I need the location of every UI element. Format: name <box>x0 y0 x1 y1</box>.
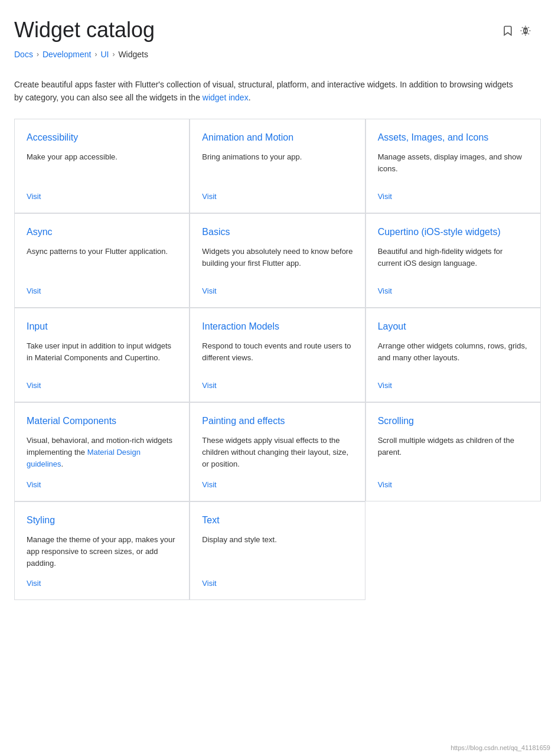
card-title: Text <box>202 514 352 527</box>
card-title: Async <box>27 226 177 239</box>
card-desc: Widgets you absolutely need to know befo… <box>202 246 352 277</box>
card-title: Accessibility <box>27 131 177 144</box>
card-title: Cupertino (iOS-style widgets) <box>378 226 528 239</box>
widget-card: InputTake user input in addition to inpu… <box>14 308 190 402</box>
widget-card: Cupertino (iOS-style widgets)Beautiful a… <box>365 213 541 308</box>
card-visit-link[interactable]: Visit <box>202 480 352 489</box>
card-title: Interaction Models <box>202 320 352 333</box>
page-title: Widget catalog <box>14 18 541 43</box>
card-visit-link[interactable]: Visit <box>378 192 528 201</box>
card-desc: Manage the theme of your app, makes your… <box>27 534 177 569</box>
widget-card: Painting and effectsThese widgets apply … <box>190 402 365 501</box>
widget-card: ScrollingScroll multiple widgets as chil… <box>365 402 541 501</box>
breadcrumb: Docs › Development › UI › Widgets <box>14 50 541 59</box>
breadcrumb-docs[interactable]: Docs <box>14 50 33 59</box>
card-visit-link[interactable]: Visit <box>378 381 528 390</box>
page-description: Create beautiful apps faster with Flutte… <box>14 78 522 105</box>
card-title: Basics <box>202 226 352 239</box>
widget-card: BasicsWidgets you absolutely need to kno… <box>190 213 365 308</box>
card-desc: Scroll multiple widgets as children of t… <box>378 435 528 470</box>
card-title: Painting and effects <box>202 415 352 428</box>
widget-index-link[interactable]: widget index <box>203 93 249 102</box>
breadcrumb-development[interactable]: Development <box>43 50 92 59</box>
widget-card: StylingManage the theme of your app, mak… <box>14 501 190 601</box>
card-visit-link[interactable]: Visit <box>27 286 177 295</box>
card-title: Assets, Images, and Icons <box>378 131 528 144</box>
widget-card: AccessibilityMake your app accessible.Vi… <box>14 119 190 213</box>
card-desc: Beautiful and high-fidelity widgets for … <box>378 246 528 277</box>
card-desc: Respond to touch events and route users … <box>202 340 352 372</box>
card-title: Material Components <box>27 415 177 428</box>
card-visit-link[interactable]: Visit <box>27 381 177 390</box>
widget-card: AsyncAsync patterns to your Flutter appl… <box>14 213 190 308</box>
card-visit-link[interactable]: Visit <box>202 192 352 201</box>
widget-card: TextDisplay and style text.Visit <box>190 501 365 601</box>
card-visit-link[interactable]: Visit <box>202 286 352 295</box>
breadcrumb-sep-3: › <box>112 50 115 58</box>
card-visit-link[interactable]: Visit <box>27 579 177 588</box>
material-design-link[interactable]: Material Design guidelines <box>27 448 141 468</box>
card-title: Scrolling <box>378 415 528 428</box>
card-desc: Manage assets, display images, and show … <box>378 151 528 183</box>
card-desc: Visual, behavioral, and motion-rich widg… <box>27 435 177 470</box>
card-desc: Make your app accessible. <box>27 151 177 183</box>
card-desc: Bring animations to your app. <box>202 151 352 183</box>
card-visit-link[interactable]: Visit <box>378 286 528 295</box>
widget-grid: AccessibilityMake your app accessible.Vi… <box>14 119 541 601</box>
widget-card: Interaction ModelsRespond to touch event… <box>190 308 365 402</box>
card-title: Styling <box>27 514 177 527</box>
breadcrumb-ui[interactable]: UI <box>100 50 109 59</box>
bookmark-icon[interactable] <box>502 25 514 37</box>
widget-card: Assets, Images, and IconsManage assets, … <box>365 119 541 213</box>
card-desc: These widgets apply visual effects to th… <box>202 435 352 470</box>
card-visit-link[interactable]: Visit <box>27 480 177 489</box>
card-desc: Arrange other widgets columns, rows, gri… <box>378 340 528 372</box>
breadcrumb-widgets: Widgets <box>118 50 148 59</box>
card-visit-link[interactable]: Visit <box>202 381 352 390</box>
card-desc: Take user input in addition to input wid… <box>27 340 177 372</box>
card-title: Input <box>27 320 177 333</box>
widget-card: LayoutArrange other widgets columns, row… <box>365 308 541 402</box>
card-desc: Display and style text. <box>202 534 352 569</box>
bug-icon[interactable] <box>520 25 531 37</box>
card-visit-link[interactable]: Visit <box>27 192 177 201</box>
widget-card: Animation and MotionBring animations to … <box>190 119 365 213</box>
breadcrumb-sep-1: › <box>37 50 39 58</box>
card-desc: Async patterns to your Flutter applicati… <box>27 246 177 277</box>
breadcrumb-sep-2: › <box>94 50 97 58</box>
widget-card: Material ComponentsVisual, behavioral, a… <box>14 402 190 501</box>
card-visit-link[interactable]: Visit <box>378 480 528 489</box>
card-visit-link[interactable]: Visit <box>202 579 352 588</box>
card-title: Layout <box>378 320 528 333</box>
card-title: Animation and Motion <box>202 131 352 144</box>
